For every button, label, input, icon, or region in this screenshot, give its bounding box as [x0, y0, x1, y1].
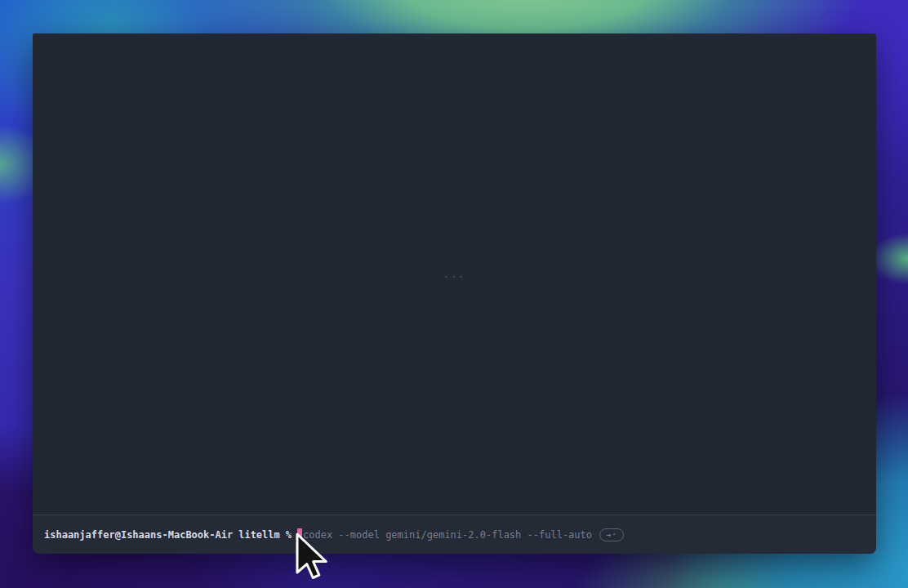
prompt-directory: litellm [238, 529, 280, 541]
text-cursor [297, 528, 302, 541]
terminal-window[interactable]: ... ishaanjaffer@Ishaans-MacBook-Airlite… [33, 33, 876, 554]
terminal-output-area: ... [33, 33, 876, 514]
terminal-prompt-bar[interactable]: ishaanjaffer@Ishaans-MacBook-Airlitellm%… [33, 515, 876, 554]
prompt-symbol: % [286, 529, 292, 541]
terminal-loading-ellipsis: ... [443, 269, 466, 280]
prompt-user-host: ishaanjaffer@Ishaans-MacBook-Air [44, 529, 233, 541]
desktop: { "terminal": { "body_ellipsis": "...", … [0, 0, 908, 588]
command-autosuggestion: codex --model gemini/gemini-2.0-flash --… [303, 529, 592, 541]
accept-suggestion-hint-badge: →· [599, 528, 624, 541]
